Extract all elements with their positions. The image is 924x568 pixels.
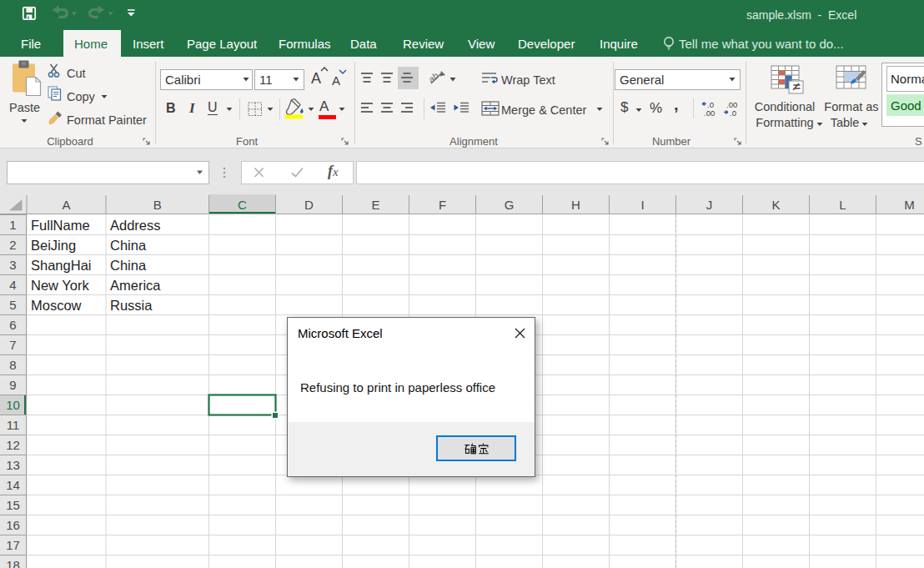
svg-text:ab: ab <box>429 70 440 84</box>
svg-text:.0: .0 <box>730 108 736 118</box>
svg-text:.00: .00 <box>704 108 715 118</box>
